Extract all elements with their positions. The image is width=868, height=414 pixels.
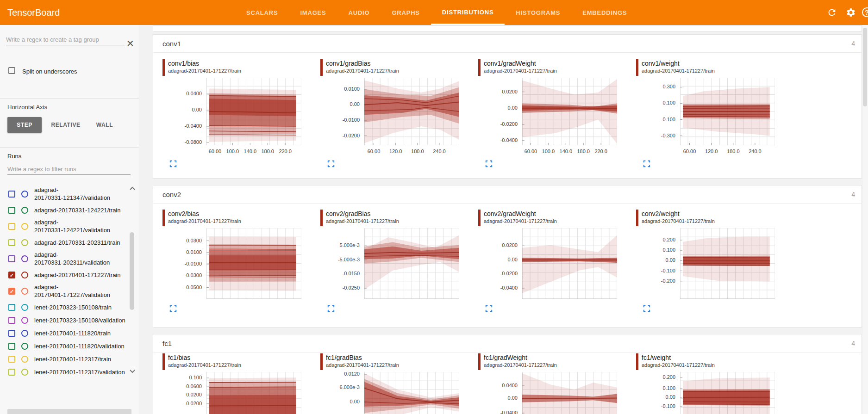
axis-button-relative[interactable]: RELATIVE xyxy=(45,117,86,133)
chart-title: conv1/gradBias xyxy=(326,60,371,67)
run-item-label: adagrad-20170331-202311/train xyxy=(34,239,120,247)
run-item[interactable]: lenet-20170401-111820/train xyxy=(0,327,129,340)
run-item[interactable]: ✓adagrad-20170401-171227/train xyxy=(0,268,129,281)
help-icon[interactable]: ? xyxy=(862,7,868,19)
toggle-all-runs-button[interactable]: TOGGLE ALL RUNS xyxy=(7,409,131,414)
main-scrollbar-thumb[interactable] xyxy=(863,28,867,106)
expand-chart-icon[interactable] xyxy=(327,305,335,312)
run-checkbox[interactable] xyxy=(8,317,15,324)
run-item-label: adagrad-20170331-202311/validation xyxy=(34,251,110,266)
run-item[interactable]: ✓adagrad-20170401-171227/validation xyxy=(0,281,129,301)
runs-scrollbar-thumb[interactable] xyxy=(130,232,134,310)
axis-button-wall[interactable]: WALL xyxy=(90,117,119,133)
run-item-label: adagrad-20170331-121347/validation xyxy=(34,186,110,202)
chart-run-subtitle: adagrad-20170401-171227/train xyxy=(484,218,557,224)
run-item[interactable]: adagrad-20170331-202311/train xyxy=(0,236,129,249)
run-checkbox[interactable] xyxy=(8,255,15,262)
scroll-up-icon[interactable] xyxy=(129,186,136,192)
y-axis-tick-label: 0.0200 xyxy=(162,392,202,397)
section-title: conv2 xyxy=(162,191,181,198)
tab-graphs[interactable]: GRAPHS xyxy=(381,0,431,25)
tag-group-regex-input[interactable] xyxy=(6,34,125,45)
section-header[interactable]: conv24 xyxy=(153,185,862,204)
run-item[interactable]: lenet-20170401-111820/validation xyxy=(0,340,129,352)
runs-filter-input[interactable] xyxy=(7,164,131,175)
divider xyxy=(0,98,139,99)
run-checkbox[interactable] xyxy=(8,304,15,311)
run-color-circle xyxy=(21,356,28,363)
scroll-down-icon[interactable] xyxy=(129,368,136,374)
run-item-label: lenet-20170401-111820/validation xyxy=(34,342,125,350)
close-icon[interactable]: ✕ xyxy=(126,39,134,48)
tab-distributions[interactable]: DISTRIBUTIONS xyxy=(431,0,505,25)
run-checkbox[interactable] xyxy=(8,191,15,198)
y-axis-tick-label: 0.00 xyxy=(162,107,202,112)
run-color-circle xyxy=(21,207,28,214)
run-item[interactable]: adagrad-20170331-202311/validation xyxy=(0,249,129,268)
run-item[interactable]: adagrad-20170331-121347/validation xyxy=(0,184,129,204)
refresh-icon[interactable] xyxy=(827,7,838,19)
run-item-label: adagrad-20170401-171227/train xyxy=(34,271,121,279)
y-axis-tick-label: -0.100 xyxy=(636,117,675,122)
expand-chart-icon[interactable] xyxy=(643,160,650,167)
y-axis-tick-label: 0.0300 xyxy=(162,238,202,243)
run-checkbox[interactable]: ✓ xyxy=(8,288,15,295)
tab-histograms[interactable]: HISTOGRAMS xyxy=(505,0,571,25)
chart-title: conv1/gradWeight xyxy=(484,60,536,67)
chart-title: fc1/bias xyxy=(168,354,190,361)
expand-chart-icon[interactable] xyxy=(485,305,493,312)
expand-chart-icon[interactable] xyxy=(485,160,493,167)
chart-run-subtitle: adagrad-20170401-171227/train xyxy=(326,362,399,368)
chart-tag-color-bar xyxy=(162,353,165,370)
chart-title: fc1/weight xyxy=(642,354,671,361)
run-checkbox[interactable] xyxy=(8,239,15,246)
run-checkbox[interactable] xyxy=(8,343,15,350)
split-underscores-label: Split on underscores xyxy=(22,68,77,75)
run-item[interactable]: adagrad-20170331-124221/validation xyxy=(0,216,129,236)
expand-chart-icon[interactable] xyxy=(169,305,177,312)
run-checkbox[interactable] xyxy=(8,223,15,230)
section-header[interactable]: conv14 xyxy=(153,35,862,53)
run-item[interactable]: lenet-20170323-150108/train xyxy=(0,301,129,314)
run-checkbox[interactable] xyxy=(8,369,15,376)
distribution-plot xyxy=(364,78,459,145)
expand-chart-icon[interactable] xyxy=(169,160,177,167)
expand-chart-icon[interactable] xyxy=(327,160,335,167)
axis-button-step[interactable]: STEP xyxy=(7,117,42,133)
expand-chart-icon[interactable] xyxy=(643,305,650,312)
run-item[interactable]: lenet-20170323-150108/validation xyxy=(0,314,129,327)
partial-card-edge xyxy=(153,25,862,31)
run-checkbox[interactable] xyxy=(8,207,15,214)
run-item-label: lenet-20170401-111820/train xyxy=(34,329,111,337)
tab-audio[interactable]: AUDIO xyxy=(337,0,381,25)
y-axis-tick-label: -0.100 xyxy=(636,403,675,409)
run-item[interactable]: adagrad-20170331-124221/train xyxy=(0,204,129,216)
chart-tag-color-bar xyxy=(478,59,481,76)
chart-run-subtitle: adagrad-20170401-171227/train xyxy=(484,68,557,74)
chart-run-subtitle: adagrad-20170401-171227/train xyxy=(484,362,557,368)
distribution-plot xyxy=(206,78,301,145)
run-item[interactable]: lenet-20170401-112317/validation xyxy=(0,365,129,378)
tab-scalars[interactable]: SCALARS xyxy=(235,0,289,25)
tab-images[interactable]: IMAGES xyxy=(289,0,337,25)
y-axis-tick-label: 0.00 xyxy=(320,399,360,404)
run-checkbox[interactable]: ✓ xyxy=(8,272,15,278)
settings-icon[interactable] xyxy=(846,7,857,19)
y-axis-tick-label: -0.0200 xyxy=(478,121,518,127)
run-checkbox[interactable] xyxy=(8,356,15,363)
y-axis-tick-label: -0.0500 xyxy=(162,284,202,290)
run-checkbox[interactable] xyxy=(8,330,15,337)
split-underscores-checkbox[interactable] xyxy=(8,67,15,74)
distribution-plot xyxy=(364,372,459,414)
y-axis-tick-label: -5.000e-3 xyxy=(320,257,360,262)
chart-run-subtitle: adagrad-20170401-171227/train xyxy=(168,362,241,368)
y-axis-tick-label: -0.200 xyxy=(636,278,675,284)
distribution-plot xyxy=(522,228,617,299)
run-color-circle xyxy=(21,272,28,278)
tab-embeddings[interactable]: EMBEDDINGS xyxy=(571,0,638,25)
y-axis-tick-label: 0.00 xyxy=(636,394,675,400)
y-axis-tick-label: 5.000e-3 xyxy=(320,242,360,248)
run-item[interactable]: lenet-20170401-112317/train xyxy=(0,352,129,365)
y-axis-tick-label: -0.0400 xyxy=(162,123,202,129)
section-header[interactable]: fc14 xyxy=(153,334,862,352)
